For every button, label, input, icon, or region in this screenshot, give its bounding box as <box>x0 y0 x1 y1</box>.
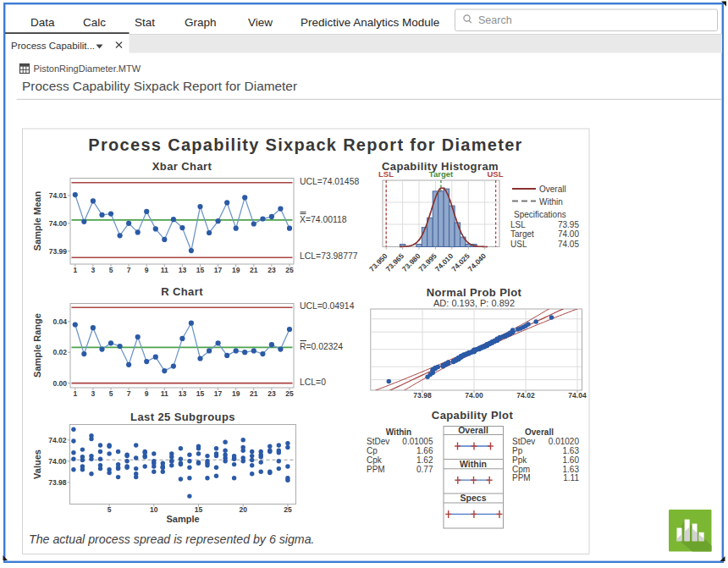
svg-text:View: View <box>248 16 273 29</box>
svg-text:Data: Data <box>30 16 55 29</box>
svg-text:73.98: 73.98 <box>413 391 432 400</box>
svg-text:7: 7 <box>127 266 131 274</box>
svg-text:0.01005: 0.01005 <box>402 437 433 446</box>
svg-text:11: 11 <box>161 266 168 274</box>
svg-text:X=74.00118: X=74.00118 <box>300 215 347 224</box>
svg-text:PPM: PPM <box>367 465 385 474</box>
svg-text:StDev: StDev <box>512 437 535 446</box>
svg-text:AD: 0.193, P: 0.892: AD: 0.193, P: 0.892 <box>433 298 515 308</box>
svg-text:Sample Mean: Sample Mean <box>32 191 42 251</box>
svg-text:74.00: 74.00 <box>465 391 483 400</box>
svg-text:Overall: Overall <box>525 427 554 437</box>
svg-text:17: 17 <box>214 266 223 274</box>
svg-text:Within: Within <box>460 459 487 469</box>
svg-text:17: 17 <box>214 389 223 398</box>
svg-text:Cpk: Cpk <box>367 455 383 465</box>
svg-text:R=0.02324: R=0.02324 <box>300 342 343 351</box>
svg-text:25: 25 <box>285 389 294 398</box>
svg-text:15: 15 <box>196 389 205 398</box>
svg-text:1.66: 1.66 <box>416 446 433 455</box>
svg-text:LCL=0: LCL=0 <box>300 378 326 387</box>
svg-text:7: 7 <box>127 389 131 398</box>
svg-text:LSL: LSL <box>378 169 394 179</box>
svg-text:Sample: Sample <box>166 514 199 524</box>
svg-text:Process Capabilit...: Process Capabilit... <box>11 41 95 51</box>
svg-text:1.62: 1.62 <box>416 455 433 465</box>
svg-text:74.05: 74.05 <box>558 240 579 249</box>
svg-text:USL: USL <box>510 240 527 249</box>
svg-text:1.11: 1.11 <box>563 473 579 483</box>
svg-text:PPM: PPM <box>512 473 531 483</box>
svg-text:Pp: Pp <box>512 446 523 455</box>
svg-text:Graph: Graph <box>185 16 217 29</box>
svg-text:1.63: 1.63 <box>563 446 580 455</box>
svg-text:5: 5 <box>108 505 112 514</box>
svg-text:5: 5 <box>109 389 113 398</box>
svg-text:Values: Values <box>32 449 42 479</box>
svg-text:LSL: LSL <box>510 220 526 229</box>
svg-text:Target: Target <box>510 229 534 239</box>
svg-text:74.02: 74.02 <box>516 391 535 400</box>
svg-text:73.99: 73.99 <box>49 247 68 256</box>
svg-text:Within: Within <box>539 197 563 207</box>
svg-text:Process Capability Sixpack Rep: Process Capability Sixpack Report for Di… <box>88 135 522 154</box>
svg-text:1.63: 1.63 <box>563 465 580 474</box>
svg-text:15: 15 <box>195 505 203 514</box>
svg-text:0.02: 0.02 <box>52 348 67 356</box>
svg-text:Sample Range: Sample Range <box>32 313 42 378</box>
svg-text:1: 1 <box>73 389 77 398</box>
svg-text:1.60: 1.60 <box>563 455 580 465</box>
svg-text:StDev: StDev <box>367 437 389 446</box>
svg-text:Calc: Calc <box>83 16 106 29</box>
svg-text:73.95: 73.95 <box>558 220 579 229</box>
svg-text:19: 19 <box>232 389 240 398</box>
svg-text:20: 20 <box>239 505 247 514</box>
svg-text:PistonRingDiameter.MTW: PistonRingDiameter.MTW <box>34 63 141 74</box>
svg-text:74.01: 74.01 <box>49 191 68 200</box>
svg-text:73.98: 73.98 <box>48 478 67 487</box>
svg-text:21: 21 <box>250 389 258 398</box>
svg-text:UCL=0.04914: UCL=0.04914 <box>300 301 355 311</box>
svg-text:74.00: 74.00 <box>48 457 67 466</box>
svg-text:9: 9 <box>145 389 149 398</box>
svg-text:Ppk: Ppk <box>512 455 527 465</box>
svg-text:74.00: 74.00 <box>49 219 68 228</box>
svg-text:The actual process spread is r: The actual process spread is represented… <box>29 532 315 546</box>
svg-text:Within: Within <box>386 427 411 437</box>
svg-text:USL: USL <box>488 169 504 179</box>
svg-text:25: 25 <box>285 266 294 274</box>
svg-text:0.01020: 0.01020 <box>549 437 580 446</box>
svg-text:21: 21 <box>250 266 258 274</box>
svg-text:Overall: Overall <box>539 185 566 194</box>
svg-text:3: 3 <box>91 266 96 274</box>
svg-text:0.00: 0.00 <box>52 379 67 388</box>
svg-text:Stat: Stat <box>135 16 155 29</box>
svg-text:23: 23 <box>267 266 276 274</box>
svg-text:13: 13 <box>179 389 187 398</box>
svg-text:19: 19 <box>232 266 240 274</box>
svg-text:23: 23 <box>267 389 276 398</box>
svg-text:Last 25 Subgroups: Last 25 Subgroups <box>130 411 235 423</box>
svg-text:Cpm: Cpm <box>512 465 530 474</box>
svg-text:Predictive Analytics Module: Predictive Analytics Module <box>301 16 439 29</box>
svg-text:11: 11 <box>161 389 168 398</box>
svg-text:10: 10 <box>150 505 158 514</box>
svg-text:1: 1 <box>73 266 77 274</box>
svg-text:9: 9 <box>145 266 149 274</box>
svg-text:0.04: 0.04 <box>52 317 67 326</box>
svg-text:Specs: Specs <box>461 493 487 503</box>
svg-text:74.02: 74.02 <box>48 436 67 444</box>
svg-text:74.00: 74.00 <box>558 229 579 239</box>
svg-text:0.77: 0.77 <box>416 465 433 474</box>
svg-text:Capability Plot: Capability Plot <box>432 409 514 422</box>
svg-text:UCL=74.01458: UCL=74.01458 <box>300 177 359 186</box>
svg-text:R Chart: R Chart <box>161 285 203 298</box>
svg-text:Search: Search <box>478 14 512 26</box>
svg-text:Overall: Overall <box>458 425 488 435</box>
svg-text:LCL=73.98777: LCL=73.98777 <box>300 251 358 261</box>
svg-text:25: 25 <box>284 505 292 514</box>
svg-text:Specifications: Specifications <box>514 210 566 219</box>
svg-text:74.04: 74.04 <box>568 391 587 400</box>
svg-text:13: 13 <box>179 266 187 274</box>
svg-text:Process Capability Sixpack Rep: Process Capability Sixpack Report for Di… <box>22 79 297 93</box>
